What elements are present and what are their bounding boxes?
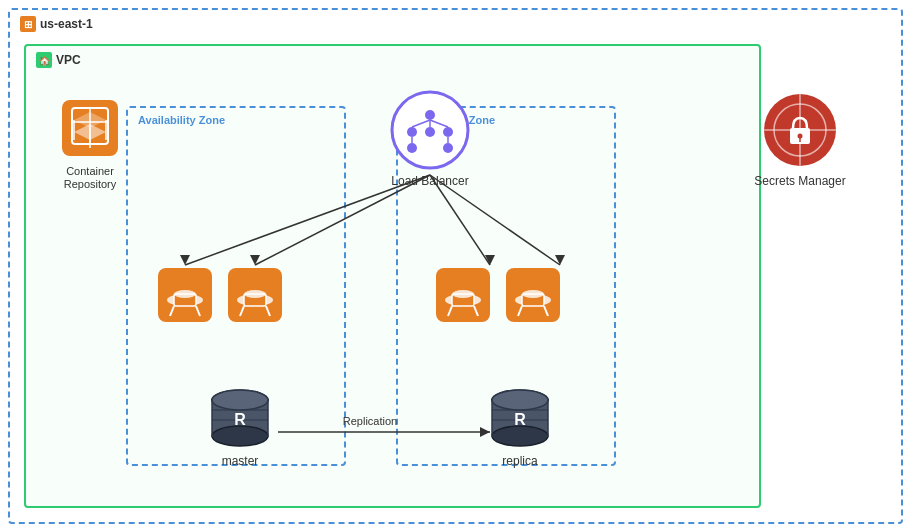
svg-text:⊞: ⊞ [24,19,32,30]
vpc-container: 🏠 VPC Availability Zone Availability Zon… [24,44,761,508]
svg-text:🏠: 🏠 [39,55,51,67]
az-box-left: Availability Zone [126,106,346,466]
vpc-icon: 🏠 [36,52,52,68]
az-label-left: Availability Zone [138,114,225,126]
region-label: ⊞ us-east-1 [20,16,93,32]
vpc-label: 🏠 VPC [36,52,81,68]
az-label-right: Availability Zone [408,114,495,126]
region-name-label: us-east-1 [40,17,93,31]
region-icon: ⊞ [20,16,36,32]
az-box-right: Availability Zone [396,106,616,466]
